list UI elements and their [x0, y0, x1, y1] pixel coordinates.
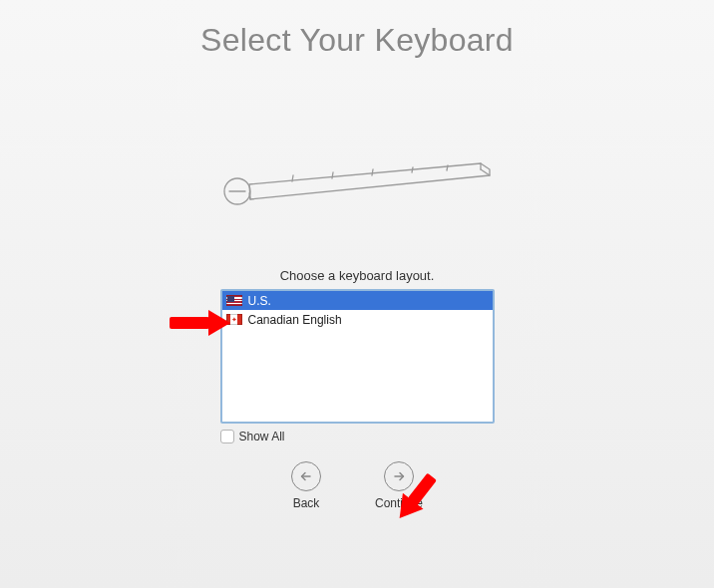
keyboard-layout-list[interactable]: U.S. Canadian English [220, 289, 495, 424]
list-item-label: Canadian English [248, 313, 342, 327]
svg-line-9 [412, 167, 413, 172]
svg-line-8 [372, 169, 373, 175]
page-title: Select Your Keyboard [0, 0, 714, 59]
arrow-right-icon [384, 461, 414, 491]
back-label: Back [293, 496, 320, 510]
continue-button[interactable]: Continue [375, 461, 423, 510]
arrow-left-icon [291, 461, 321, 491]
show-all-checkbox[interactable]: Show All [220, 430, 495, 443]
svg-line-7 [332, 172, 333, 178]
svg-line-3 [481, 169, 490, 175]
list-item[interactable]: U.S. [222, 291, 493, 310]
flag-icon [226, 314, 242, 325]
keyboard-illustration [0, 153, 714, 213]
checkbox-icon [220, 430, 234, 443]
continue-label: Continue [375, 496, 423, 510]
back-button[interactable]: Back [291, 461, 321, 510]
flag-icon [226, 295, 242, 306]
list-item-label: U.S. [248, 294, 271, 308]
instruction-label: Choose a keyboard layout. [0, 268, 714, 283]
show-all-label: Show All [239, 430, 285, 443]
list-item[interactable]: Canadian English [222, 310, 493, 329]
